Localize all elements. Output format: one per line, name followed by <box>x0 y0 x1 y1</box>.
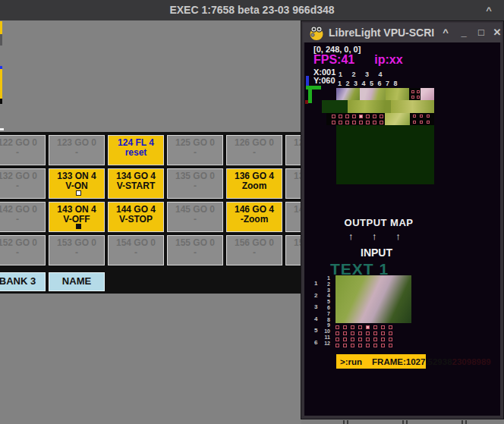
video-thumb-tile <box>421 88 434 100</box>
exec-button-line2: - <box>0 248 45 258</box>
fps-value: FPS:41 <box>313 53 354 66</box>
led-indicator <box>351 338 354 341</box>
led-indicator <box>389 331 392 335</box>
led-indicator <box>389 344 392 347</box>
frame-counter: FRAME:1027.52938 <box>372 357 452 366</box>
led-indicator <box>358 344 362 347</box>
exec-button-line2: - <box>0 215 45 225</box>
exec-button-line2: V-START <box>109 181 163 191</box>
green-corner-marker <box>308 86 312 103</box>
exec-button-144[interactable]: 144 GO 4V-STOP <box>108 202 164 232</box>
led-indicator <box>366 331 370 335</box>
led-grid-mid-right <box>413 115 430 124</box>
led-grid-bottom <box>335 325 392 347</box>
exec-button-136[interactable]: 136 GO 4Zoom <box>226 168 282 199</box>
vpu-minimize-icon[interactable]: _ <box>456 23 471 42</box>
exec-button-line2: - <box>227 248 282 258</box>
led-grid-mid <box>332 115 383 124</box>
exec-button-124[interactable]: 124 FL 4reset <box>108 135 164 165</box>
exec-button-123[interactable]: 123 GO 0- <box>49 135 105 165</box>
led-indicator <box>413 121 416 124</box>
led-indicator <box>339 121 342 124</box>
led-indicator <box>381 338 385 341</box>
blue-marker-bar <box>306 76 309 86</box>
exec-button-145[interactable]: 145 GO 0- <box>167 202 223 232</box>
led-indicator <box>413 115 416 118</box>
exec-button-122[interactable]: 122 GO 0- <box>0 135 46 165</box>
vpu-maximize-icon[interactable]: □ <box>474 23 489 42</box>
led-indicator <box>343 344 347 347</box>
led-indicator <box>417 96 420 99</box>
led-indicator <box>411 96 414 99</box>
exec-button-146[interactable]: 146 GO 4-Zoom <box>226 202 282 232</box>
led-indicator <box>335 331 339 335</box>
led-indicator <box>351 325 354 329</box>
mapping-arrows-icon: ↑ ↑ ↑ <box>348 231 401 242</box>
led-indicator <box>335 325 339 329</box>
row-numbers-large: 1 2 3 4 5 6 <box>314 278 317 348</box>
led-indicator <box>343 325 347 329</box>
output-column-numbers: 1 2 3 4 <box>339 71 383 78</box>
exec-button-142[interactable]: 142 GO 0- <box>0 202 46 232</box>
exec-button-line2: - <box>168 181 222 191</box>
led-indicator <box>359 121 363 124</box>
librelight-turtle-icon <box>308 24 325 41</box>
exec-button-line2: - <box>0 181 45 191</box>
video-thumb-tile <box>348 100 391 113</box>
shade-icon[interactable]: ^ <box>481 0 496 20</box>
exec-button-line1: 152 GO 0 <box>0 238 45 248</box>
led-indicator <box>358 331 362 335</box>
vpu-close-icon[interactable]: ✕ <box>490 23 504 42</box>
exec-button-156[interactable]: 156 GO 0- <box>226 235 282 265</box>
exec-button-126[interactable]: 126 GO 0- <box>226 135 282 165</box>
status-bar: >:run FRAME:1027.52938 23098989 <box>336 354 426 369</box>
ip-value: ip:xx <box>374 53 402 66</box>
output-map-label: OUTPUT MAP <box>339 217 419 228</box>
y-coordinate: Y:060 <box>313 76 335 85</box>
exec-button-125[interactable]: 125 GO 0- <box>167 135 223 165</box>
led-indicator <box>373 121 376 124</box>
exec-button-133[interactable]: 133 ON 4V-ON <box>49 168 105 199</box>
led-indicator <box>343 338 347 341</box>
led-indicator <box>427 115 430 118</box>
exec-button-143[interactable]: 143 ON 4V-OFF <box>49 202 105 232</box>
background-window-sliver <box>0 21 2 34</box>
exec-button-line1: 132 GO 0 <box>0 171 45 181</box>
bank-button[interactable]: BANK 3 <box>0 272 46 291</box>
exec-button-132[interactable]: 132 GO 0- <box>0 168 46 199</box>
led-indicator <box>381 331 385 335</box>
exec-button-line2: - <box>49 148 104 158</box>
vpu-canvas: [0, 248, 0, 0] FPS:41ip:xx X:001 Y:060 1… <box>304 42 500 416</box>
led-indicator <box>351 344 354 347</box>
background-window-strip <box>301 419 504 424</box>
led-indicator <box>380 115 383 118</box>
background-window-sliver <box>0 34 2 46</box>
fps-readout: FPS:41ip:xx <box>313 53 403 67</box>
led-indicator <box>366 325 370 329</box>
led-indicator <box>389 325 392 329</box>
led-indicator <box>332 121 335 124</box>
led-grid-top <box>411 90 420 99</box>
led-indicator <box>366 338 370 341</box>
exec-button-line2: - <box>168 148 222 158</box>
exec-button-152[interactable]: 152 GO 0- <box>0 235 46 265</box>
exec-button-153[interactable]: 153 GO 0- <box>49 235 105 265</box>
exec-button-line2: - <box>0 148 45 158</box>
exec-button-line2: - <box>109 248 163 258</box>
output-preview-area <box>336 125 434 184</box>
led-indicator <box>381 344 385 347</box>
exec-button-134[interactable]: 134 GO 4V-START <box>108 168 164 199</box>
vpu-shade-icon[interactable]: ^ <box>438 23 453 42</box>
led-indicator <box>417 90 420 93</box>
red-marker-bar <box>305 100 308 104</box>
vpu-titlebar[interactable]: LibreLight VPU-SCRI ^ _ □ ✕ <box>303 23 502 42</box>
exec-button-154[interactable]: 154 GO 0- <box>108 235 164 265</box>
led-indicator <box>373 331 377 335</box>
led-indicator <box>366 115 370 118</box>
name-button[interactable]: NAME <box>49 272 105 291</box>
input-label: INPUT <box>361 247 392 259</box>
video-thumb-tile <box>391 100 434 113</box>
exec-button-155[interactable]: 155 GO 0- <box>167 235 223 265</box>
led-indicator <box>366 344 370 347</box>
exec-button-135[interactable]: 135 GO 0- <box>167 168 223 199</box>
